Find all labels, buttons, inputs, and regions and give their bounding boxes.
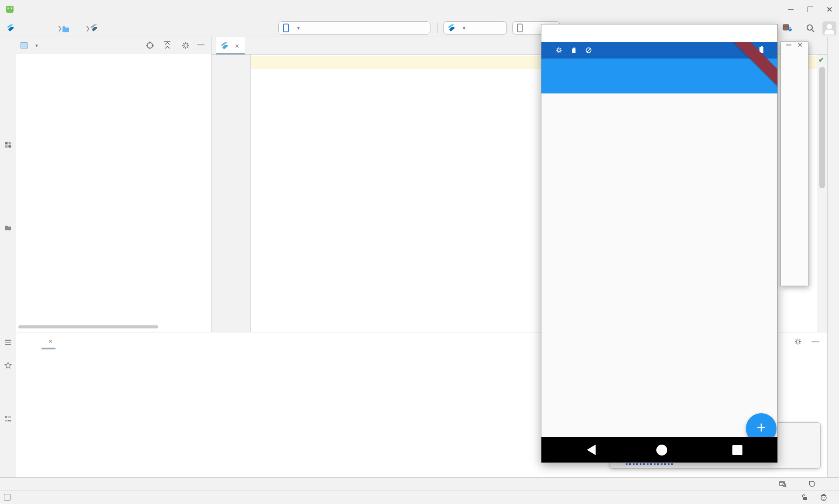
lock-open-icon[interactable] — [801, 494, 808, 501]
emulator-minimize-button[interactable] — [786, 45, 791, 45]
right-tool-strip — [827, 37, 839, 477]
android-nav-bar — [541, 437, 777, 463]
project-folder-icon[interactable] — [4, 224, 12, 231]
editor-scrollbar[interactable]: ✔ — [817, 55, 827, 332]
project-panel: ▼ — — [16, 37, 211, 332]
build-variants-icon[interactable] — [4, 338, 12, 346]
chevron-down-icon: ▼ — [462, 26, 466, 31]
android-studio-window: ✕ ❯ ❯ ▼ ▼ — [0, 0, 839, 504]
plus-icon: + — [756, 418, 766, 437]
device-selector-dropdown[interactable]: ▼ — [278, 21, 430, 35]
device-phone-icon — [283, 24, 289, 32]
nav-back-button[interactable] — [587, 445, 596, 455]
window-maximize-button[interactable] — [801, 3, 820, 17]
window-minimize-button[interactable] — [781, 3, 801, 17]
horizontal-scrollbar[interactable] — [18, 325, 158, 328]
toolbar-separator — [437, 23, 438, 33]
favorites-star-icon[interactable] — [4, 362, 12, 369]
pixel-device-icon — [517, 24, 523, 32]
status-gear-icon — [555, 47, 562, 54]
emulator-side-toolbar: ✕ — [780, 41, 808, 286]
nav-home-button[interactable] — [656, 445, 667, 456]
chevron-down-icon: ▼ — [296, 26, 301, 31]
breadcrumb-chevron: ❯ — [86, 25, 90, 31]
search-everywhere-icon[interactable] — [805, 23, 816, 35]
notification-link-fragment[interactable] — [626, 463, 675, 465]
emulator-screen[interactable]: + — [541, 42, 777, 463]
toolbar-separator — [799, 23, 799, 33]
tool-window-toggle-icon[interactable] — [4, 494, 10, 501]
flutter-run-config-icon — [448, 24, 454, 31]
layout-inspector-button[interactable] — [779, 480, 790, 488]
breadcrumb-chevron: ❯ — [58, 25, 62, 31]
flutter-app-bar — [541, 59, 777, 93]
minimize-panel-icon[interactable]: — — [811, 337, 819, 346]
dart-file-icon — [90, 24, 97, 33]
dart-file-icon — [221, 42, 228, 49]
close-tab-icon[interactable]: ✕ — [235, 43, 239, 49]
tab-main-dart[interactable]: ✕ — [216, 37, 245, 55]
resource-manager-icon[interactable] — [4, 141, 12, 148]
emulator-close-button[interactable]: ✕ — [797, 41, 803, 49]
flutter-logo-icon — [7, 24, 14, 33]
project-tree — [16, 37, 211, 332]
avatar[interactable] — [822, 21, 836, 35]
run-config-dropdown[interactable]: ▼ — [443, 21, 507, 35]
sdk-manager-icon[interactable] — [782, 23, 793, 36]
structure-icon[interactable] — [4, 415, 12, 423]
emulator-window[interactable]: + — [541, 24, 778, 463]
left-tool-strip — [0, 37, 16, 477]
messages-settings-gear-icon[interactable] — [794, 338, 802, 345]
scrollbar-thumb[interactable] — [819, 67, 825, 188]
status-bar — [0, 490, 839, 504]
status-sdcard-icon — [570, 47, 577, 54]
messages-flutter-tab[interactable]: ✕ — [42, 332, 55, 350]
nav-recents-button[interactable] — [732, 445, 742, 455]
window-close-button[interactable]: ✕ — [820, 3, 839, 17]
folder-icon — [62, 28, 69, 32]
hector-inspector-icon[interactable] — [820, 494, 828, 501]
android-logo-icon — [6, 6, 14, 13]
status-datasaver-icon — [585, 47, 592, 54]
emulator-title-bar[interactable] — [541, 24, 777, 42]
inspections-ok-icon[interactable]: ✔ — [818, 56, 824, 64]
menu-bar: ✕ — [0, 0, 839, 19]
bottom-tool-bar — [0, 477, 839, 490]
event-log-button[interactable] — [808, 480, 819, 488]
close-tab-icon[interactable]: ✕ — [48, 338, 53, 345]
editor-gutter — [211, 55, 251, 332]
